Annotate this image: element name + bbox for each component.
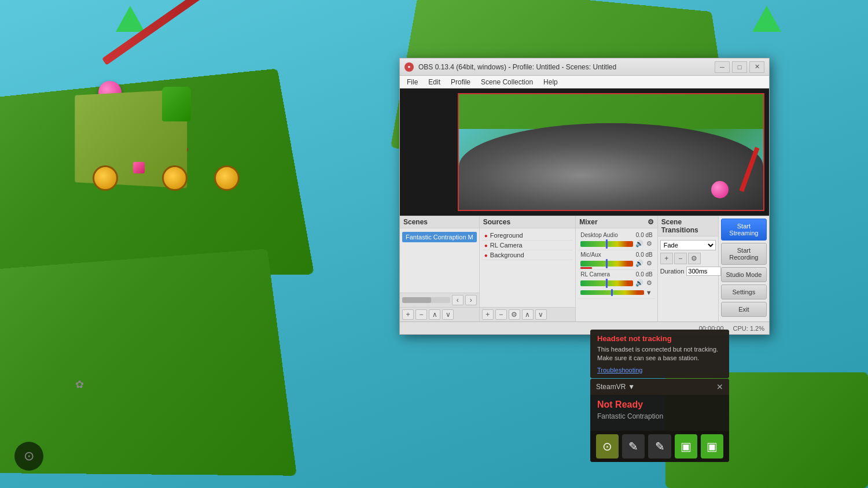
preview-game-content [459,94,763,210]
scenes-add-button[interactable]: + [402,309,414,320]
exit-button[interactable]: Exit [721,302,767,317]
mixer-track-mic [580,261,633,267]
obs-window: ● OBS 0.13.4 (64bit, windows) - Profile:… [399,58,770,335]
start-recording-button[interactable]: Start Recording [721,243,767,265]
scenes-nav-prev[interactable]: ‹ [452,295,464,305]
transition-type-select[interactable]: Fade [660,240,716,250]
studio-mode-button[interactable]: Studio Mode [721,267,767,282]
steamvr-icon-controller-2[interactable]: ✎ [648,434,671,459]
small-character: ✿ [75,378,93,395]
mixer-content: Desktop Audio 0.0 dB 🔊 ⚙ [576,228,657,321]
scene-item-fantastic-contraption[interactable]: Fantastic Contraption M [402,232,477,242]
mixer-scroll-down[interactable]: ▼ [645,289,653,297]
mixer-settings-desktop[interactable]: ⚙ [646,239,653,248]
scenes-toolbar: ‹ › [400,293,479,307]
transitions-toolbar: + − ⚙ [660,253,716,264]
mixer-settings-rl-camera[interactable]: ⚙ [646,279,653,287]
obs-window-title: OBS 0.13.4 (64bit, windows) - Profile: U… [418,63,715,71]
source-name-foreground: Foreground [490,232,523,239]
steamvr-icons-row: ⊙ ✎ ✎ ▣ ▣ [590,431,729,462]
steamvr-not-ready-label: Not Ready [597,400,722,410]
base-station-1-icon: ▣ [681,439,692,453]
steamvr-panel-header: SteamVR ▼ ✕ [590,379,729,395]
steamvr-game-name: Fantastic Contraption [597,412,722,420]
source-item-rl-camera[interactable]: ● RL Camera [482,241,573,250]
steamvr-notif-body: This headset is connected but not tracki… [597,345,722,363]
scenes-scrollbar[interactable] [402,297,450,303]
menu-profile[interactable]: Profile [446,77,475,87]
base-station-2-icon: ▣ [707,439,718,453]
obs-titlebar: ● OBS 0.13.4 (64bit, windows) - Profile:… [400,58,769,76]
menu-file[interactable]: File [402,77,422,87]
mixer-thumb-rl-camera [606,279,608,288]
transitions-panel: Scene Transitions Fade + − ⚙ Duration [658,216,719,321]
platform-bottom-left [0,249,297,475]
menu-scene-collection[interactable]: Scene Collection [476,77,538,87]
close-button[interactable]: ✕ [749,61,764,73]
source-visibility-icon-rl-camera: ● [484,242,488,249]
scenes-move-up-button[interactable]: ∧ [429,309,440,320]
controller-1-icon: ✎ [628,439,638,453]
mixer-mute-mic[interactable]: 🔊 [635,259,644,268]
scenes-list: Fantastic Contraption M [400,228,479,293]
steamvr-troubleshooting-link[interactable]: Troubleshooting [597,367,722,374]
scenes-remove-button[interactable]: − [415,309,427,320]
restore-button[interactable]: □ [732,61,747,73]
scenes-bottom-toolbar: + − ∧ ∨ [400,307,479,321]
scenes-scrollbar-thumb [402,297,431,303]
triangle-decoration-right [752,6,781,32]
transition-settings-button[interactable]: ⚙ [688,253,701,264]
sources-remove-button[interactable]: − [495,309,507,320]
sources-add-button[interactable]: + [482,309,494,320]
duration-input[interactable] [686,267,721,276]
mixer-channel-mic-aux: Mic/Aux 0.0 dB 🔊 ⚙ [578,250,655,270]
mixer-channel-desktop-audio: Desktop Audio 0.0 dB 🔊 ⚙ [578,231,655,250]
sources-list: ● Foreground ● RL Camera ● Background [480,228,575,307]
mixer-mute-rl-camera[interactable]: 🔊 [635,279,644,287]
source-visibility-icon-foreground: ● [484,232,488,239]
triangle-decoration-left [116,6,145,32]
start-streaming-button[interactable]: Start Streaming [721,219,767,241]
steamvr-icon-headset[interactable]: ⊙ [596,434,619,459]
settings-button[interactable]: Settings [721,284,767,300]
menu-edit[interactable]: Edit [424,77,445,87]
sources-move-up-button[interactable]: ∧ [522,309,534,320]
minimize-button[interactable]: ─ [715,61,730,73]
transitions-duration-row: Duration [660,267,716,276]
scenes-panel-header: Scenes [400,216,479,228]
steamvr-dropdown-icon[interactable]: ▼ [628,383,635,391]
obs-preview-area [400,88,769,216]
transition-remove-button[interactable]: − [674,253,687,264]
controls-panel: Start Streaming Start Recording Studio M… [719,216,769,321]
mixer-mute-desktop[interactable]: 🔊 [635,239,644,248]
scenes-move-down-button[interactable]: ∨ [442,309,454,320]
mixer-settings-mic[interactable]: ⚙ [646,259,653,268]
steamvr-notification: Headset not tracking This headset is con… [590,330,729,378]
transition-add-button[interactable]: + [660,253,673,264]
source-name-rl-camera: RL Camera [490,242,523,249]
sources-settings-button[interactable]: ⚙ [509,309,520,320]
steamvr-close-button[interactable]: ✕ [716,382,723,391]
preview-pink-ball [711,181,729,198]
steamvr-icon-base-2[interactable]: ▣ [701,434,723,459]
obs-panels: Scenes Fantastic Contraption M ‹ › + − ∧… [400,216,769,321]
obs-app-icon: ● [404,62,414,72]
scenes-panel: Scenes Fantastic Contraption M ‹ › + − ∧… [400,216,480,321]
steamvr-icon-controller-1[interactable]: ✎ [622,434,645,459]
mixer-label-desktop-audio: Desktop Audio 0.0 dB 🔊 ⚙ [580,232,653,248]
source-item-background[interactable]: ● Background [482,250,573,260]
wheel-1 [93,165,118,191]
mixer-red-mic [580,267,592,269]
scenes-nav-next[interactable]: › [465,295,477,305]
menu-help[interactable]: Help [539,77,562,87]
steamvr-icon-base-1[interactable]: ▣ [675,434,697,459]
sources-bottom-toolbar: + − ⚙ ∧ ∨ [480,307,575,321]
mixer-panel: Mixer ⚙ Desktop Audio 0.0 dB [576,216,658,321]
sources-move-down-button[interactable]: ∨ [535,309,547,320]
steam-icon: ⊙ [14,442,43,471]
mixer-channel-rl-camera: RL Camera 0.0 dB 🔊 ⚙ [578,270,655,299]
headset-icon: ⊙ [602,439,612,453]
steamvr-status-area: Not Ready Fantastic Contraption [590,395,729,431]
source-item-foreground[interactable]: ● Foreground [482,231,573,241]
mixer-settings-icon[interactable]: ⚙ [648,218,654,226]
